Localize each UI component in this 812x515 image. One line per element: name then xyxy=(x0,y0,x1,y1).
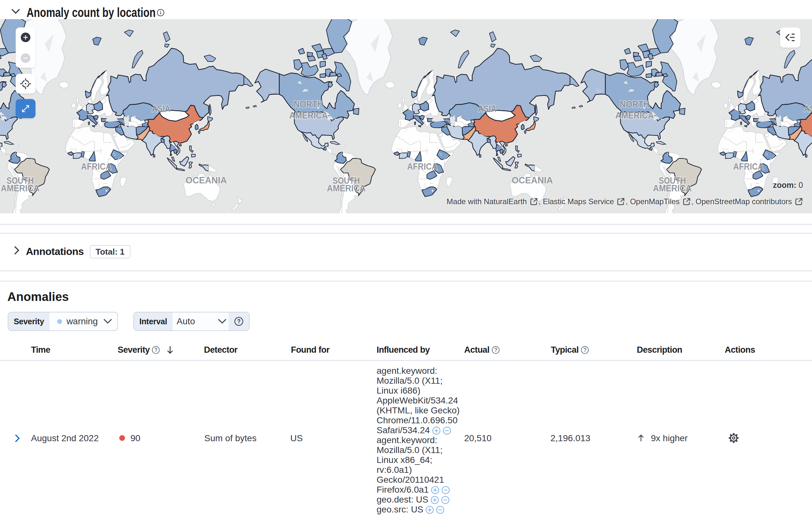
svg-text:?: ? xyxy=(494,347,497,353)
svg-text:?: ? xyxy=(237,318,240,325)
svg-text:?: ? xyxy=(154,347,157,353)
svg-text:?: ? xyxy=(583,347,586,353)
